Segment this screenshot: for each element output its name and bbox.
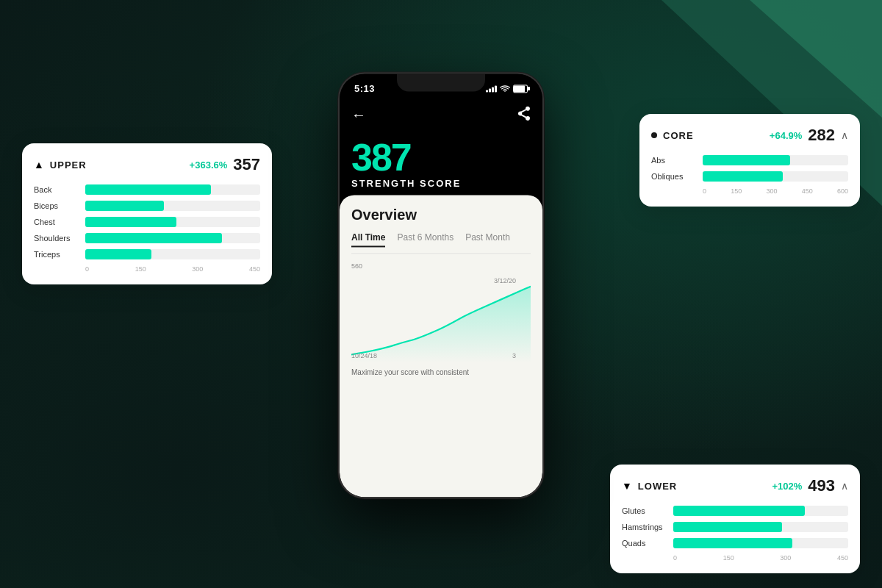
chart-y-max: 560 — [351, 262, 362, 270]
upper-bar-back-fill — [85, 184, 211, 195]
upper-bar-shoulders-track — [85, 233, 260, 243]
upper-bar-triceps-label: Triceps — [34, 250, 78, 259]
upper-bar-triceps-fill — [85, 249, 151, 259]
phone-screen: 5:13 — [340, 74, 542, 497]
upper-axis-0: 0 — [85, 265, 89, 273]
lower-bar-quads-label: Quads — [622, 539, 666, 548]
lower-card-header: ▼ LOWER +102% 493 ∧ — [622, 476, 848, 495]
lower-bar-hamstrings-label: Hamstrings — [622, 523, 666, 531]
signal-bar-1 — [486, 90, 488, 92]
battery-icon — [513, 85, 528, 93]
overview-bottom-text: Maximize your score with consistent — [351, 365, 531, 376]
core-card-title-group: CORE — [651, 130, 694, 141]
core-bar-abs-label: Abs — [651, 156, 695, 165]
core-card-stats: +64.9% 282 ∧ — [770, 126, 848, 145]
lower-bar-hamstrings-track — [673, 522, 848, 532]
core-dot-icon — [651, 132, 657, 138]
signal-bar-4 — [495, 85, 497, 92]
core-bar-abs-fill — [703, 155, 790, 165]
upper-bar-chest-fill — [85, 217, 176, 227]
upper-bar-chest-track — [85, 217, 260, 227]
upper-bar-biceps-track — [85, 201, 260, 211]
upper-axis-450: 450 — [249, 265, 260, 273]
upper-card-header: ▲ UPPER +363.6% 357 — [34, 155, 260, 174]
lower-axis-labels: 0 150 300 450 — [622, 554, 848, 562]
chart-area: 560 3/12/20 10/24/18 3 — [351, 262, 531, 365]
chart-date-start: 10/24/18 — [351, 352, 377, 359]
core-bar-obliques-label: Obliques — [651, 172, 695, 181]
teal-triangle-small-decoration — [750, 0, 882, 118]
lower-bar-glutes: Glutes — [622, 506, 848, 516]
lower-bar-quads-track — [673, 538, 848, 548]
upper-bar-chest-label: Chest — [34, 218, 78, 226]
upper-bar-biceps: Biceps — [34, 201, 260, 211]
core-card-score: 282 — [808, 126, 835, 145]
core-axis-0: 0 — [703, 187, 706, 195]
core-card-title: CORE — [663, 130, 694, 141]
core-card: CORE +64.9% 282 ∧ Abs Obliques 0 150 300… — [639, 114, 860, 207]
upper-card-change: +363.6% — [190, 159, 228, 171]
upper-body-card: ▲ UPPER +363.6% 357 Back Biceps Chest Sh… — [22, 143, 272, 284]
upper-bar-back: Back — [34, 184, 260, 195]
signal-icon — [486, 85, 497, 92]
upper-axis-labels: 0 150 300 450 — [34, 265, 260, 273]
core-bar-obliques: Obliques — [651, 171, 848, 182]
upper-axis-150: 150 — [135, 265, 146, 273]
lower-chevron-icon[interactable]: ∧ — [841, 480, 848, 492]
wifi-icon — [500, 85, 510, 93]
upper-axis-300: 300 — [192, 265, 203, 273]
share-button[interactable] — [517, 106, 531, 123]
chart-date-mid: 3/12/20 — [494, 277, 516, 284]
lower-axis-450: 450 — [837, 554, 848, 562]
upper-bar-chest: Chest — [34, 217, 260, 227]
upper-bar-back-label: Back — [34, 185, 78, 194]
core-chevron-icon[interactable]: ∧ — [841, 129, 848, 141]
lower-card-score: 493 — [808, 476, 835, 495]
lower-bar-glutes-fill — [673, 506, 805, 516]
lower-card-title-group: ▼ LOWER — [622, 480, 677, 492]
lower-bar-glutes-track — [673, 506, 848, 516]
lower-axis-300: 300 — [780, 554, 791, 562]
upper-bar-triceps: Triceps — [34, 249, 260, 259]
time-tabs: All Time Past 6 Months Past Month — [351, 232, 531, 254]
phone-shell: 5:13 — [338, 72, 544, 498]
chart-date-end: 3 — [512, 352, 516, 359]
battery-fill — [514, 85, 525, 92]
core-axis-150: 150 — [731, 187, 742, 195]
upper-icon: ▲ — [34, 159, 44, 171]
signal-bar-2 — [489, 88, 491, 92]
lower-bar-quads-fill — [673, 538, 792, 548]
core-card-header: CORE +64.9% 282 ∧ — [651, 126, 848, 145]
lower-bar-quads: Quads — [622, 538, 848, 548]
core-axis-labels: 0 150 300 450 600 — [651, 187, 848, 195]
lower-bar-hamstrings: Hamstrings — [622, 522, 848, 532]
core-axis-300: 300 — [766, 187, 777, 195]
lower-axis-150: 150 — [723, 554, 734, 562]
upper-card-title: UPPER — [50, 159, 87, 171]
core-bar-obliques-track — [703, 171, 848, 182]
core-bar-abs-track — [703, 155, 848, 165]
phone-notch — [397, 74, 485, 91]
back-button[interactable]: ← — [351, 107, 366, 123]
strength-score-value: 387 — [351, 138, 531, 176]
upper-bar-shoulders: Shoulders — [34, 233, 260, 243]
lower-body-card: ▼ LOWER +102% 493 ∧ Glutes Hamstrings Qu… — [610, 465, 860, 573]
core-axis-600: 600 — [837, 187, 848, 195]
upper-bar-back-track — [85, 184, 260, 195]
upper-bar-biceps-label: Biceps — [34, 201, 78, 210]
strength-score-label: STRENGTH SCORE — [351, 178, 531, 189]
lower-icon: ▼ — [622, 480, 632, 492]
tab-all-time[interactable]: All Time — [351, 232, 385, 247]
upper-bar-biceps-fill — [85, 201, 164, 211]
overview-title: Overview — [351, 207, 531, 223]
signal-bar-3 — [492, 87, 494, 92]
overview-section: Overview All Time Past 6 Months Past Mon… — [340, 195, 542, 497]
core-bar-abs: Abs — [651, 155, 848, 165]
tab-past-6-months[interactable]: Past 6 Months — [397, 232, 453, 247]
upper-bar-shoulders-label: Shoulders — [34, 234, 78, 243]
lower-bar-hamstrings-fill — [673, 522, 782, 532]
phone-nav-header: ← — [340, 100, 542, 129]
status-icons — [486, 85, 528, 93]
tab-past-month[interactable]: Past Month — [465, 232, 510, 247]
lower-card-title: LOWER — [638, 481, 677, 492]
